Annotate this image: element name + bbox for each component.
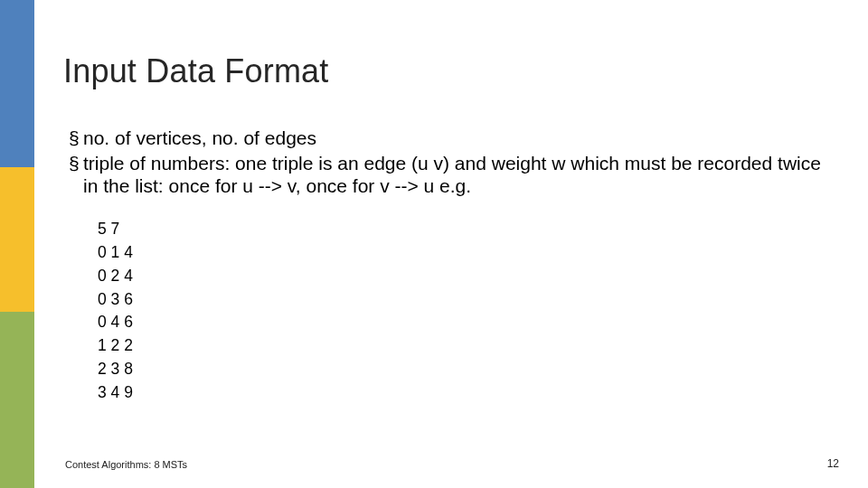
content-area: Input Data Format no. of vertices, no. o… [63,52,841,405]
data-line: 0 1 4 [98,241,841,265]
accent-mid [0,167,34,312]
slide-number: 12 [827,457,839,470]
data-line: 2 3 8 [98,358,841,381]
data-line: 0 3 6 [98,288,841,312]
data-line: 5 7 [98,218,841,241]
bullet-item: triple of numbers: one triple is an edge… [69,152,841,198]
accent-bot [0,312,34,488]
data-line: 1 2 2 [98,334,841,358]
slide-title: Input Data Format [63,52,841,90]
data-line: 3 4 9 [98,381,841,405]
data-line: 0 4 6 [98,311,841,334]
bullet-list: no. of vertices, no. of edges triple of … [69,127,841,198]
accent-top [0,0,34,167]
footer-left: Contest Algorithms: 8 MSTs [65,459,187,470]
accent-column [0,0,34,488]
example-data-block: 5 7 0 1 4 0 2 4 0 3 6 0 4 6 1 2 2 2 3 8 … [98,218,841,405]
data-line: 0 2 4 [98,265,841,288]
bullet-item: no. of vertices, no. of edges [69,127,841,150]
slide: Input Data Format no. of vertices, no. o… [0,0,868,488]
